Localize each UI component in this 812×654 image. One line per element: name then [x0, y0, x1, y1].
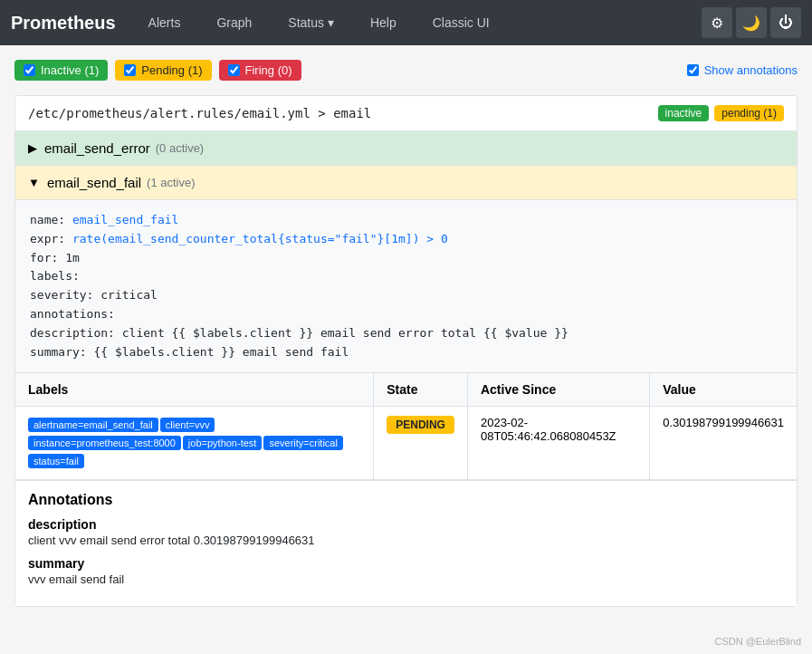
- col-active-since: Active Since: [467, 373, 649, 407]
- nav-alerts[interactable]: Alerts: [138, 8, 192, 37]
- filter-pending-checkbox[interactable]: [124, 64, 136, 76]
- rule-summary-line: summary: {{ $labels.client }} email send…: [30, 343, 782, 362]
- alert-rule-email-send-error: ▶ email_send_error (0 active): [15, 130, 797, 165]
- rule-description-line: description: client {{ $labels.client }}…: [30, 324, 782, 343]
- label-tag: job=python-test: [183, 436, 263, 450]
- annotations-section: Annotations descriptionclient vvv email …: [15, 480, 797, 606]
- rule-file-badges: inactive pending (1): [658, 105, 784, 121]
- rule-expr-line: expr: rate(email_send_counter_total{stat…: [30, 230, 782, 249]
- alert-rule-email-send-fail: ▼ email_send_fail (1 active) name: email…: [15, 165, 797, 606]
- rule-labels-line: labels:: [30, 267, 782, 286]
- rule-expr-value: rate(email_send_counter_total{status="fa…: [72, 232, 448, 245]
- rule-name-key: name:: [30, 213, 65, 226]
- brand-link[interactable]: Prometheus: [11, 13, 116, 34]
- alert-rule-email-send-fail-header[interactable]: ▼ email_send_fail (1 active): [15, 166, 797, 199]
- annotation-key: summary: [28, 556, 784, 571]
- chevron-right-icon: ▶: [28, 141, 37, 155]
- rule-file-header: /etc/prometheus/alert.rules/email.yml > …: [15, 96, 797, 130]
- rule-summary-key: summary:: [30, 345, 87, 359]
- rule-annotations-key: annotations:: [30, 307, 115, 321]
- label-tag: alertname=email_send_fail: [28, 418, 158, 432]
- rule-file-card: /etc/prometheus/alert.rules/email.yml > …: [14, 95, 798, 607]
- rule-count-email-send-error: (0 active): [156, 141, 204, 155]
- label-tag: status=fail: [28, 454, 84, 468]
- rule-severity-line: severity: critical: [30, 286, 782, 305]
- navbar-icons: ⚙ 🌙 ⏻: [702, 7, 801, 38]
- nav-graph[interactable]: Graph: [205, 8, 263, 37]
- rule-severity-value: critical: [100, 288, 158, 302]
- rule-annotations-line: annotations:: [30, 305, 782, 324]
- filter-pending[interactable]: Pending (1): [115, 60, 211, 81]
- filter-firing[interactable]: Firing (0): [219, 60, 301, 81]
- show-annotations-checkbox[interactable]: [687, 64, 699, 76]
- rule-for-line: for: 1m: [30, 249, 782, 268]
- rule-severity-key: severity:: [30, 288, 93, 302]
- annotations-items: descriptionclient vvv email send error t…: [28, 517, 784, 586]
- filter-inactive[interactable]: Inactive (1): [14, 60, 108, 81]
- filter-inactive-checkbox[interactable]: [24, 64, 35, 76]
- show-annotations-label: Show annotations: [704, 63, 798, 77]
- state-badge: PENDING: [387, 416, 454, 434]
- table-header: Labels State Active Since Value: [15, 373, 797, 407]
- settings-icon[interactable]: ⚙: [702, 7, 732, 38]
- rule-for-value: 1m: [65, 251, 80, 264]
- nav-status-dropdown[interactable]: Status ▾: [277, 8, 345, 37]
- rule-description-key: description:: [30, 326, 115, 340]
- rule-detail: name: email_send_fail expr: rate(email_s…: [15, 199, 797, 372]
- table-header-row: Labels State Active Since Value: [15, 373, 797, 407]
- show-annotations-toggle[interactable]: Show annotations: [687, 63, 798, 77]
- theme-icon[interactable]: 🌙: [736, 7, 767, 38]
- status-badge-pending: pending (1): [714, 105, 784, 121]
- chevron-down-icon: ▼: [28, 176, 40, 189]
- power-icon[interactable]: ⏻: [770, 7, 801, 38]
- annotation-value: client vvv email send error total 0.3019…: [28, 534, 784, 547]
- navbar: Prometheus Alerts Graph Status ▾ Help Cl…: [0, 0, 812, 45]
- filter-firing-label: Firing (0): [245, 63, 292, 77]
- rule-name-line: name: email_send_fail: [30, 211, 782, 230]
- col-state: State: [374, 373, 468, 407]
- annotation-value: vvv email send fail: [28, 572, 784, 586]
- rule-expr-key: expr:: [30, 232, 65, 245]
- rule-labels-key: labels:: [30, 269, 80, 283]
- nav-classic-ui[interactable]: Classic UI: [422, 8, 501, 37]
- rule-name-email-send-error: email_send_error: [44, 140, 150, 156]
- filter-bar: Inactive (1) Pending (1) Firing (0) Show…: [14, 60, 798, 81]
- nav-help[interactable]: Help: [359, 8, 407, 37]
- filter-firing-checkbox[interactable]: [228, 64, 240, 76]
- rule-summary-value: {{ $labels.client }} email send fail: [93, 345, 349, 359]
- rule-description-value: client {{ $labels.client }} email send e…: [122, 326, 568, 340]
- col-labels: Labels: [15, 373, 374, 407]
- rule-name-value: email_send_fail: [72, 213, 178, 226]
- label-tag: instance=prometheus_test:8000: [28, 436, 181, 450]
- label-tag: severity=critical: [263, 436, 343, 450]
- main-content: Inactive (1) Pending (1) Firing (0) Show…: [0, 45, 812, 632]
- rule-count-email-send-fail: (1 active): [147, 176, 195, 189]
- table-row: alertname=email_send_failclient=vvvinsta…: [15, 407, 797, 480]
- alert-rule-email-send-error-header[interactable]: ▶ email_send_error (0 active): [15, 131, 797, 165]
- label-tag: client=vvv: [160, 418, 215, 432]
- labels-table: Labels State Active Since Value alertnam…: [15, 372, 797, 480]
- filter-inactive-label: Inactive (1): [41, 63, 99, 77]
- rule-file-path: /etc/prometheus/alert.rules/email.yml > …: [28, 106, 371, 120]
- table-body: alertname=email_send_failclient=vvvinsta…: [15, 407, 797, 480]
- cell-labels: alertname=email_send_failclient=vvvinsta…: [15, 407, 374, 480]
- annotation-key: description: [28, 517, 784, 532]
- col-value: Value: [650, 373, 797, 407]
- cell-active-since: 2023-02-08T05:46:42.068080453Z: [467, 407, 649, 480]
- status-badge-inactive: inactive: [658, 105, 710, 121]
- cell-value: 0.30198799199946631: [650, 407, 797, 480]
- annotations-title: Annotations: [28, 492, 784, 508]
- cell-state: PENDING: [374, 407, 468, 480]
- rule-for-key: for:: [30, 251, 58, 264]
- rule-name-email-send-fail: email_send_fail: [47, 175, 141, 190]
- filter-pending-label: Pending (1): [141, 63, 202, 77]
